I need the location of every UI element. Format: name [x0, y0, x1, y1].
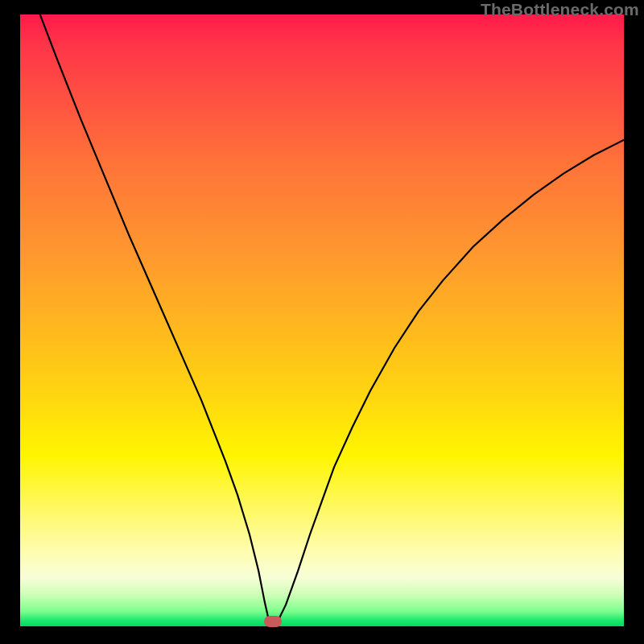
watermark-text: TheBottleneck.com	[481, 0, 639, 19]
bottleneck-curve	[20, 14, 624, 626]
optimal-point-marker	[264, 616, 282, 627]
chart-frame	[20, 14, 624, 626]
